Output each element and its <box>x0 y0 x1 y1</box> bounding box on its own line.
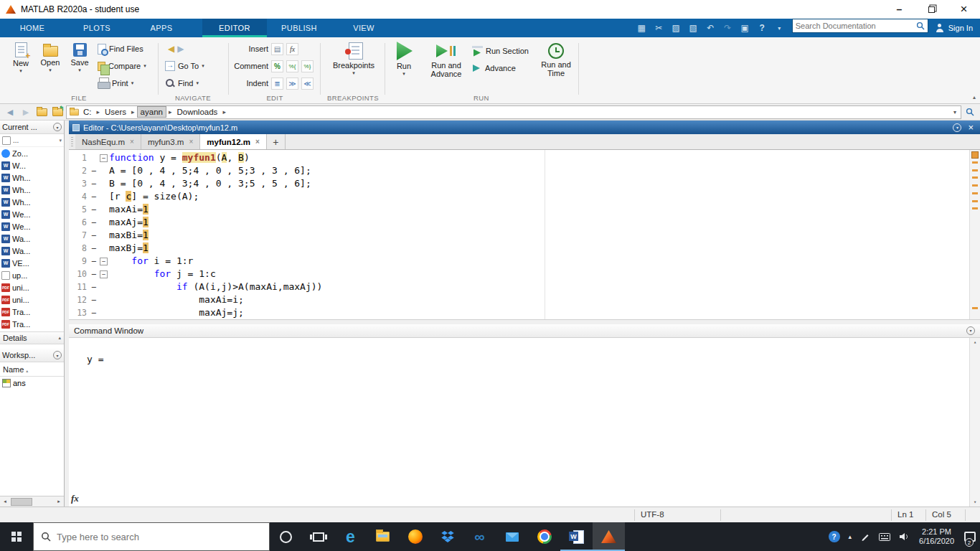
breakpoint-gutter[interactable] <box>89 306 98 319</box>
run-section-button[interactable]: Run Section <box>472 43 529 59</box>
tab-home[interactable]: HOME <box>0 19 65 37</box>
sidebar-horizontal-scrollbar[interactable] <box>0 496 64 507</box>
command-scrollbar[interactable] <box>969 338 980 507</box>
cortana-button[interactable] <box>270 522 302 551</box>
compare-button[interactable]: Compare <box>98 58 146 74</box>
file-item[interactable]: PDFuni... <box>0 281 64 293</box>
file-item[interactable]: up... <box>0 269 64 281</box>
fold-marker[interactable] <box>98 255 109 268</box>
forward-arrow-icon[interactable]: ▶ <box>177 44 184 53</box>
run-button[interactable]: Run <box>389 41 419 76</box>
fold-marker[interactable] <box>98 268 109 281</box>
breadcrumb-users[interactable]: Users <box>102 106 129 118</box>
fx-indicator[interactable]: fx <box>71 493 79 504</box>
insert-row[interactable]: Insert <box>234 41 298 57</box>
file-explorer-button[interactable] <box>367 522 399 551</box>
file-item[interactable]: WWe... <box>0 208 64 220</box>
breakpoint-gutter[interactable] <box>89 216 98 229</box>
breadcrumb-ayann[interactable]: ayann <box>137 106 166 118</box>
matlab-taskbar-button[interactable] <box>593 522 625 551</box>
command-window-header[interactable]: Command Window <box>69 324 980 338</box>
code-line-10[interactable]: 10 for j = 1:c <box>70 268 969 281</box>
code-line-8[interactable]: 8maxBj=1 <box>70 242 969 255</box>
task-view-button[interactable] <box>302 522 334 551</box>
undo-icon[interactable] <box>702 21 719 35</box>
workspace-name-column-header[interactable]: Name <box>0 362 64 377</box>
code-line-3[interactable]: 3B = [0 , 4 , 3;4 , 0 , 3;5 , 5 , 6]; <box>70 177 969 190</box>
back-button[interactable]: ◀ <box>3 105 17 119</box>
code-line-12[interactable]: 12 maxAi=i; <box>70 293 969 306</box>
breadcrumb-drive[interactable]: C: <box>80 106 95 118</box>
code-line-9[interactable]: 9 for i = 1:r <box>70 255 969 268</box>
new-tab-button[interactable] <box>267 134 286 149</box>
close-tab-icon[interactable] <box>255 138 260 146</box>
panel-menu-icon[interactable] <box>953 123 961 132</box>
breakpoint-gutter[interactable] <box>89 151 98 164</box>
code-line-11[interactable]: 11 if (A(i,j)>A(maxAi,maxAj)) <box>70 281 969 293</box>
word-button[interactable] <box>560 522 593 551</box>
redo-icon[interactable] <box>720 21 736 35</box>
file-item[interactable]: WW... <box>0 159 64 171</box>
tab-apps[interactable]: APPS <box>129 19 194 37</box>
code-line-13[interactable]: 13 maxAj=j; <box>70 306 969 319</box>
run-and-advance-button[interactable]: Run and Advance <box>426 41 466 78</box>
path-breadcrumb[interactable]: C: Users ayann Downloads <box>66 105 961 119</box>
path-dropdown-icon[interactable] <box>953 109 958 116</box>
volume-button[interactable] <box>895 522 913 551</box>
breakpoint-gutter[interactable] <box>89 229 98 242</box>
breakpoint-gutter[interactable] <box>89 293 98 306</box>
indent-right-icon[interactable] <box>286 77 298 90</box>
documentation-search[interactable] <box>792 19 928 33</box>
scrollbar-thumb[interactable] <box>11 498 32 506</box>
fold-marker[interactable] <box>98 151 109 164</box>
file-item[interactable]: WWh... <box>0 196 64 208</box>
print-button[interactable]: Print <box>98 75 133 91</box>
editor-command-splitter[interactable] <box>69 319 980 324</box>
panel-menu-icon[interactable] <box>53 351 62 359</box>
warning-tick[interactable] <box>972 307 978 309</box>
breakpoint-gutter[interactable] <box>89 177 98 190</box>
up-one-level-button[interactable] <box>50 105 65 119</box>
close-tab-icon[interactable] <box>189 138 193 146</box>
code-line-6[interactable]: 6maxAj=1 <box>70 216 969 229</box>
chrome-button[interactable] <box>528 522 560 551</box>
tab-myfun12[interactable]: myfun12.m <box>200 134 267 149</box>
smart-indent-icon[interactable] <box>271 77 283 90</box>
file-item[interactable]: PDFuni... <box>0 293 64 306</box>
tab-publish[interactable]: PUBLISH <box>267 19 331 37</box>
comment-icon[interactable] <box>271 60 283 72</box>
file-item[interactable]: WVE... <box>0 257 64 269</box>
warning-tick[interactable] <box>972 176 978 179</box>
current-folder-header[interactable]: Current ... <box>0 121 64 134</box>
taskbar-search-input[interactable] <box>57 532 262 542</box>
close-button[interactable] <box>948 0 980 19</box>
close-tab-icon[interactable] <box>130 138 134 146</box>
breakpoint-gutter[interactable] <box>89 281 98 293</box>
warning-tick[interactable] <box>972 184 978 187</box>
cut-icon[interactable] <box>651 21 667 35</box>
sign-in[interactable]: Sign In <box>933 19 980 37</box>
indent-row[interactable]: Indent <box>234 75 314 91</box>
code-line-7[interactable]: 7maxBi=1 <box>70 229 969 242</box>
code-line-4[interactable]: 4[r c] = size(A); <box>70 190 969 203</box>
tab-myfun3[interactable]: myfun3.m <box>141 134 200 149</box>
insert-function-icon[interactable] <box>286 43 298 55</box>
search-icon[interactable] <box>916 22 925 30</box>
breadcrumb-separator-icon[interactable] <box>130 108 136 116</box>
folder-column-header[interactable]: ... <box>0 134 64 147</box>
warning-tick[interactable] <box>972 169 978 171</box>
file-item[interactable]: WWa... <box>0 245 64 257</box>
breakpoint-gutter[interactable] <box>89 255 98 268</box>
pen-tray-button[interactable] <box>856 522 875 551</box>
breakpoint-gutter[interactable] <box>89 268 98 281</box>
warning-tick[interactable] <box>972 192 978 194</box>
breakpoint-gutter[interactable] <box>89 164 98 177</box>
file-item[interactable]: PDFTra... <box>0 318 64 330</box>
warning-tick[interactable] <box>972 200 978 202</box>
scroll-left-icon[interactable] <box>0 499 10 504</box>
comment-block-open-icon[interactable] <box>286 60 298 72</box>
panel-menu-icon[interactable] <box>966 326 975 335</box>
file-item[interactable]: WWh... <box>0 171 64 184</box>
file-item[interactable]: WWe... <box>0 220 64 232</box>
restore-button[interactable] <box>915 0 948 19</box>
